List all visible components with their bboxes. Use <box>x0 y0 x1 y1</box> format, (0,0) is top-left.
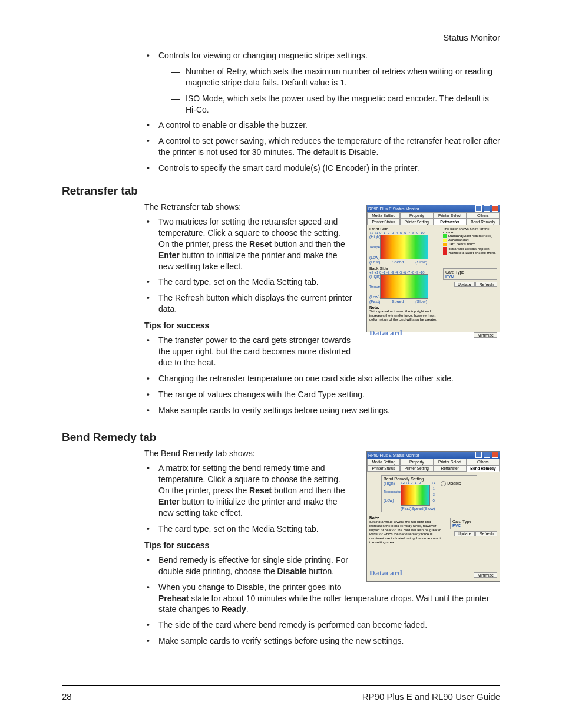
tab-property[interactable]: Property <box>400 212 433 219</box>
maximize-icon[interactable] <box>484 205 490 212</box>
retransfer-heading: Retransfer tab <box>62 185 500 197</box>
update-button[interactable]: Update <box>454 282 475 287</box>
update-button[interactable]: Update <box>454 531 475 536</box>
high-label: (High) <box>369 235 380 239</box>
guide-title: RP90 Plus E and RL90 User Guide <box>362 691 500 701</box>
top-item: Controls for viewing or changing magneti… <box>144 50 500 115</box>
minimize-button[interactable]: Minimize <box>474 332 497 338</box>
tab-bend-remedy[interactable]: Bend Remedy <box>467 465 500 472</box>
top-rule <box>62 44 500 44</box>
top-item: A control to set power saving, which red… <box>144 136 500 158</box>
tab-others[interactable]: Others <box>467 459 500 465</box>
bend-heading: Bend Remedy tab <box>62 431 500 444</box>
card-type-value: PVC <box>452 523 495 528</box>
low-label: (Low) <box>369 255 380 259</box>
note-body: Setting a value toward the top right end… <box>369 309 446 322</box>
retransfer-tips-list: The transfer power to the card gets stro… <box>144 335 500 416</box>
window-title: RP90 Plus E Status Monitor <box>368 453 419 457</box>
tab-retransfer[interactable]: Retransfer <box>434 219 467 225</box>
bend-tip: Make sample cards to verify settings bef… <box>144 635 500 647</box>
top-sub-item: ISO Mode, which sets the power used by t… <box>171 93 500 116</box>
bend-tip: Bend remedy is effective for single side… <box>144 555 353 577</box>
refresh-button[interactable]: Refresh <box>475 282 497 287</box>
tab-printer-select[interactable]: Printer Select <box>434 459 467 465</box>
bend-tip: When you change to Disable, the printer … <box>144 582 500 615</box>
note-title: Note: <box>369 305 497 309</box>
tab-printer-setting[interactable]: Printer Setting <box>400 465 433 472</box>
retransfer-tip: Changing the retransfer temperature on o… <box>144 373 500 384</box>
retransfer-screenshot: RP90 Plus E Status Monitor Media Setting… <box>366 205 500 332</box>
bend-tip: The side of the card where bend remedy i… <box>144 620 500 631</box>
tab-retransfer[interactable]: Retransfer <box>434 465 467 472</box>
close-icon[interactable] <box>492 205 498 212</box>
note-body: Setting a value toward the top right end… <box>369 520 447 544</box>
tab-property[interactable]: Property <box>400 459 433 465</box>
card-type-value: PVC <box>445 274 495 278</box>
tab-bend-remedy[interactable]: Bend Remedy <box>467 219 500 225</box>
bend-item: The card type, set on the Media Setting … <box>144 523 353 535</box>
page-number: 28 <box>62 691 72 701</box>
tab-printer-status[interactable]: Printer Status <box>367 465 400 472</box>
retransfer-item: The Refresh button which displays the cu… <box>144 292 353 315</box>
top-item: Controls to specify the smart card modul… <box>144 163 500 174</box>
top-item: A control to enable or disable the buzze… <box>144 120 500 131</box>
disable-radio[interactable] <box>441 481 446 486</box>
card-type-label: Card Type <box>452 519 495 523</box>
tab-printer-setting[interactable]: Printer Setting <box>400 219 433 225</box>
tab-printer-select[interactable]: Printer Select <box>434 212 467 219</box>
minimize-icon[interactable] <box>475 452 482 458</box>
fast-label: (Fast) <box>369 260 380 264</box>
front-side-label: Front Side <box>369 227 441 231</box>
window-title: RP90 Plus E Status Monitor <box>368 207 419 211</box>
top-sub-list: Number of Retry, which sets the maximum … <box>171 66 500 116</box>
temperature-label: Temperature <box>369 245 380 249</box>
retransfer-item: Two matrices for setting the retransfer … <box>144 216 353 272</box>
retransfer-tip: The transfer power to the card gets stro… <box>144 335 353 368</box>
datacard-logo: Datacard <box>369 568 402 578</box>
close-icon[interactable] <box>492 452 498 458</box>
disable-label: Disable <box>447 482 461 486</box>
running-header: Status Monitor <box>62 32 500 42</box>
maximize-icon[interactable] <box>484 452 490 458</box>
top-list: Controls for viewing or changing magneti… <box>144 50 500 174</box>
retransfer-tip: Make sample cards to verify settings bef… <box>144 405 500 416</box>
refresh-button[interactable]: Refresh <box>475 531 497 536</box>
bend-screenshot: RP90 Plus E Status Monitor Media Setting… <box>366 451 500 582</box>
legend-title: The color shows a hint for the choice. <box>443 227 497 234</box>
card-type-label: Card Type <box>445 270 495 274</box>
note-title: Note: <box>369 516 447 520</box>
datacard-logo: Datacard <box>369 328 402 338</box>
minimize-button[interactable]: Minimize <box>474 572 497 578</box>
tab-printer-status[interactable]: Printer Status <box>367 219 400 225</box>
top-sub-item: Number of Retry, which sets the maximum … <box>171 66 500 88</box>
bend-group-label: Bend Remedy Setting <box>384 477 475 481</box>
minimize-icon[interactable] <box>475 205 482 212</box>
bottom-rule <box>62 685 500 686</box>
retransfer-tip: The range of values changes with the Car… <box>144 389 500 400</box>
bend-matrix[interactable] <box>401 485 430 506</box>
speed-label: Speed <box>392 260 404 264</box>
slow-label: (Slow) <box>415 260 427 264</box>
front-matrix[interactable] <box>380 235 428 259</box>
back-matrix[interactable] <box>380 274 428 299</box>
tab-media-setting[interactable]: Media Setting <box>367 212 400 219</box>
bend-item: A matrix for setting the bend remedy tim… <box>144 463 353 518</box>
back-side-label: Back Side <box>369 266 441 271</box>
tab-media-setting[interactable]: Media Setting <box>367 459 400 465</box>
tab-others[interactable]: Others <box>467 212 500 219</box>
retransfer-item: The card type, set on the Media Setting … <box>144 276 353 288</box>
